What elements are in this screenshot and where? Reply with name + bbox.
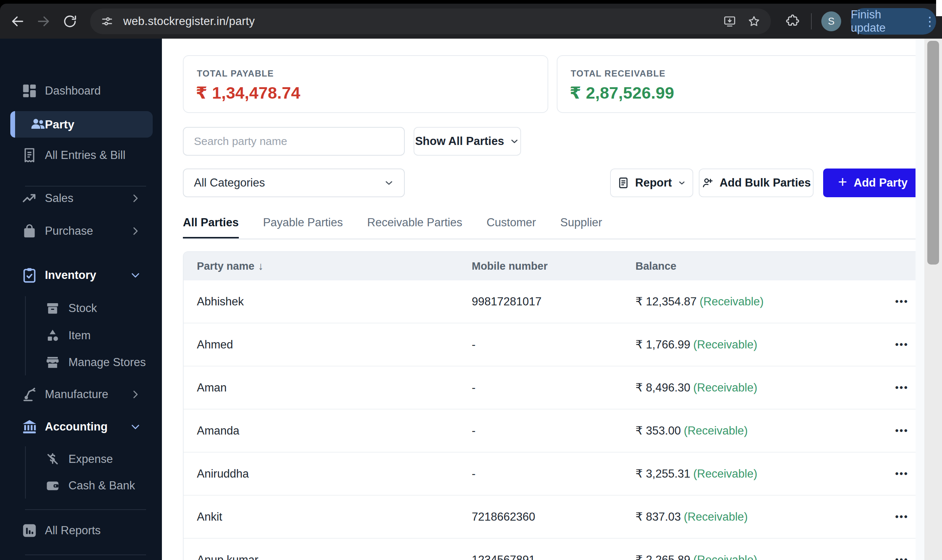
table-row[interactable]: Aman - ₹ 8,496.30(Receivable) ••• [184, 366, 922, 409]
tabs-underline [183, 238, 922, 240]
forward-icon[interactable] [36, 14, 51, 29]
scrollbar-thumb[interactable] [927, 41, 939, 265]
mobile-number-cell: 99817281017 [472, 295, 636, 308]
chevron-right-icon [129, 225, 141, 237]
sort-desc-icon[interactable]: ↓ [258, 260, 263, 272]
sidebar-divider [25, 509, 146, 510]
row-menu-icon[interactable]: ••• [871, 511, 908, 523]
sidebar-item-all-entries[interactable]: All Entries & Bill [0, 143, 162, 168]
row-menu-icon[interactable]: ••• [871, 382, 908, 393]
sales-trend-icon [21, 190, 38, 207]
balance-cell: ₹ 1,766.99(Receivable) [636, 338, 871, 351]
total-payable-card: TOTAL PAYABLE ₹ 1,34,478.74 [183, 55, 548, 113]
row-menu-icon[interactable]: ••• [871, 468, 908, 479]
chevron-down-icon [383, 177, 394, 188]
category-dropdown[interactable]: All Categories [183, 169, 405, 197]
balance-cell: ₹ 2,265.89(Receivable) [636, 553, 871, 560]
tab-payable-parties[interactable]: Payable Parties [263, 216, 343, 240]
mobile-number-cell: 7218662360 [472, 510, 636, 523]
mobile-number-cell: - [472, 381, 636, 394]
store-icon [45, 355, 60, 370]
sidebar-item-party[interactable]: Party [10, 111, 153, 138]
main-content: TOTAL PAYABLE ₹ 1,34,478.74 TOTAL RECEIV… [162, 38, 924, 560]
back-icon[interactable] [10, 14, 25, 29]
reload-icon[interactable] [63, 14, 77, 29]
chevron-down-icon [129, 421, 141, 433]
table-header: Party name↓ Mobile number Balance [184, 252, 922, 280]
sidebar-item-dashboard[interactable]: Dashboard [0, 79, 162, 103]
report-button[interactable]: Report [610, 169, 693, 197]
bill-receipt-icon [21, 147, 38, 164]
sidebar-item-manufacture[interactable]: Manufacture [0, 382, 162, 406]
stock-box-icon [45, 301, 60, 316]
table-row[interactable]: Anup kumar 1234567891 ₹ 2,265.89(Receiva… [184, 538, 922, 560]
toolbar-separator [811, 13, 812, 29]
url-text: web.stockregister.in/party [123, 15, 255, 28]
inventory-clipboard-icon [21, 267, 38, 284]
mobile-number-cell: - [472, 338, 636, 351]
sidebar-item-inventory[interactable]: Inventory [0, 263, 162, 288]
balance-cell: ₹ 8,496.30(Receivable) [636, 381, 871, 394]
finish-update-button[interactable]: Finish update ⋮ [851, 8, 936, 35]
party-name-cell: Aniruddha [197, 467, 472, 480]
url-bar[interactable]: web.stockregister.in/party [90, 8, 771, 34]
party-name-cell: Aman [197, 381, 472, 394]
finish-update-label: Finish update [851, 8, 916, 35]
sidebar-item-cash-bank[interactable]: Cash & Bank [0, 474, 162, 498]
add-bulk-parties-button[interactable]: Add Bulk Parties [699, 169, 814, 197]
install-app-icon[interactable] [723, 15, 736, 28]
sidebar: Dashboard Party All Entries & Bill Sales [0, 38, 162, 560]
search-input[interactable] [183, 127, 405, 155]
add-party-button[interactable]: + Add Party [823, 169, 922, 197]
mobile-number-cell: 1234567891 [472, 553, 636, 560]
chevron-right-icon [129, 389, 141, 400]
party-name-cell: Abhishek [197, 295, 472, 308]
sidebar-item-purchase[interactable]: Purchase [0, 219, 162, 243]
party-tabs: All Parties Payable Parties Receivable P… [183, 216, 922, 240]
sidebar-item-sales[interactable]: Sales [0, 186, 162, 211]
extensions-icon[interactable] [786, 14, 800, 28]
tab-receivable-parties[interactable]: Receivable Parties [367, 216, 462, 240]
party-name-cell: Ahmed [197, 338, 472, 351]
person-add-icon [701, 177, 714, 189]
show-all-parties-dropdown[interactable]: Show All Parties [414, 127, 521, 155]
manufacture-robot-arm-icon [21, 386, 38, 403]
reports-chart-icon [21, 522, 38, 539]
table-row[interactable]: Ahmed - ₹ 1,766.99(Receivable) ••• [184, 323, 922, 366]
site-info-icon[interactable] [100, 15, 114, 28]
table-row[interactable]: Aniruddha - ₹ 3,255.31(Receivable) ••• [184, 452, 922, 495]
row-menu-icon[interactable]: ••• [871, 339, 908, 350]
row-menu-icon[interactable]: ••• [871, 554, 908, 560]
total-payable-value: ₹ 1,34,478.74 [196, 83, 300, 103]
table-row[interactable]: Abhishek 99817281017 ₹ 12,354.87(Receiva… [184, 280, 922, 323]
table-body: Abhishek 99817281017 ₹ 12,354.87(Receiva… [184, 280, 922, 560]
row-menu-icon[interactable]: ••• [871, 296, 908, 307]
tab-supplier[interactable]: Supplier [560, 216, 602, 240]
sidebar-item-accounting[interactable]: Accounting [0, 415, 162, 439]
page-scrollbar[interactable] [924, 38, 942, 560]
dashboard-icon [21, 82, 38, 99]
column-balance: Balance [636, 260, 871, 272]
sidebar-item-expense[interactable]: Expense [0, 447, 162, 471]
tab-customer[interactable]: Customer [486, 216, 536, 240]
balance-cell: ₹ 3,255.31(Receivable) [636, 467, 871, 480]
table-row[interactable]: Ankit 7218662360 ₹ 837.03(Receivable) ••… [184, 495, 922, 538]
sidebar-item-stock[interactable]: Stock [0, 296, 162, 320]
table-row[interactable]: Amanda - ₹ 353.00(Receivable) ••• [184, 409, 922, 452]
sidebar-item-item[interactable]: Item [0, 323, 162, 348]
total-payable-label: TOTAL PAYABLE [197, 68, 274, 79]
bookmark-star-icon[interactable] [747, 15, 760, 28]
column-party-name[interactable]: Party name↓ [197, 260, 472, 272]
party-name-cell: Amanda [197, 424, 472, 437]
sidebar-item-manage-stores[interactable]: Manage Stores [0, 350, 162, 375]
profile-avatar[interactable]: S [821, 11, 841, 31]
row-menu-icon[interactable]: ••• [871, 425, 908, 436]
total-receivable-label: TOTAL RECEIVABLE [571, 68, 666, 79]
chrome-menu-icon[interactable]: ⋮ [924, 15, 936, 28]
tab-all-parties[interactable]: All Parties [183, 216, 239, 240]
report-doc-icon [617, 177, 630, 189]
screen: web.stockregister.in/party S Finish upda… [0, 0, 942, 560]
sidebar-item-all-reports[interactable]: All Reports [0, 518, 162, 543]
window-notch [936, 0, 942, 16]
wallet-icon [45, 478, 60, 494]
